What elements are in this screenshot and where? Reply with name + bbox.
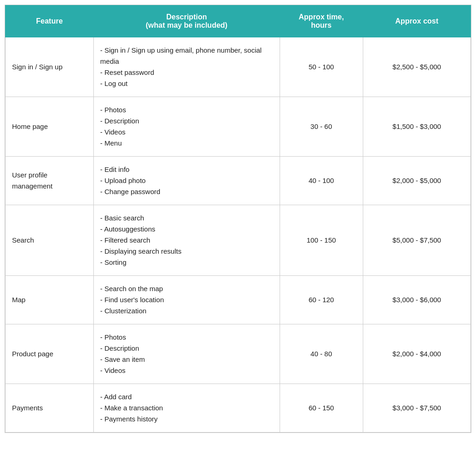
cell-time: 40 - 100: [280, 157, 363, 205]
cell-description: - Search on the map- Find user's locatio…: [93, 276, 280, 324]
header-feature: Feature: [6, 6, 94, 37]
cell-cost: $3,000 - $7,500: [363, 384, 470, 433]
cell-cost: $1,500 - $3,000: [363, 97, 470, 157]
cell-time: 30 - 60: [280, 97, 363, 157]
header-time: Approx time,hours: [280, 6, 363, 37]
cell-description: - Add card- Make a transaction- Payments…: [93, 384, 280, 433]
cell-cost: $2,500 - $5,000: [363, 37, 470, 97]
cell-description: - Basic search- Autosuggestions- Filtere…: [93, 205, 280, 276]
cell-description: - Edit info- Upload photo- Change passwo…: [93, 157, 280, 205]
header-cost: Approx cost: [363, 6, 470, 37]
header-row: Feature Description(what may be included…: [6, 6, 471, 37]
table-row: Home page- Photos- Description- Videos- …: [6, 97, 471, 157]
table-row: Map- Search on the map- Find user's loca…: [6, 276, 471, 324]
header-description: Description(what may be included): [93, 6, 280, 37]
table-row: Payments- Add card- Make a transaction- …: [6, 384, 471, 433]
cell-time: 60 - 120: [280, 276, 363, 324]
cell-cost: $2,000 - $5,000: [363, 157, 470, 205]
cell-time: 100 - 150: [280, 205, 363, 276]
cell-description: - Photos- Description- Save an item- Vid…: [93, 324, 280, 384]
table-row: Sign in / Sign up- Sign in / Sign up usi…: [6, 37, 471, 97]
cell-description: - Sign in / Sign up using email, phone n…: [93, 37, 280, 97]
cell-time: 40 - 80: [280, 324, 363, 384]
cell-description: - Photos- Description- Videos- Menu: [93, 97, 280, 157]
cell-feature: Product page: [6, 324, 94, 384]
table-row: User profile management- Edit info- Uplo…: [6, 157, 471, 205]
main-table-container: Feature Description(what may be included…: [5, 5, 471, 433]
cell-feature: Search: [6, 205, 94, 276]
cell-feature: Payments: [6, 384, 94, 433]
cell-feature: Sign in / Sign up: [6, 37, 94, 97]
cell-feature: Home page: [6, 97, 94, 157]
table-header: Feature Description(what may be included…: [6, 6, 471, 37]
cell-feature: Map: [6, 276, 94, 324]
cell-time: 60 - 150: [280, 384, 363, 433]
table-row: Search- Basic search- Autosuggestions- F…: [6, 205, 471, 276]
cell-feature: User profile management: [6, 157, 94, 205]
cell-cost: $2,000 - $4,000: [363, 324, 470, 384]
table-row: Product page- Photos- Description- Save …: [6, 324, 471, 384]
table-body: Sign in / Sign up- Sign in / Sign up usi…: [6, 37, 471, 433]
cell-cost: $3,000 - $6,000: [363, 276, 470, 324]
cell-time: 50 - 100: [280, 37, 363, 97]
cell-cost: $5,000 - $7,500: [363, 205, 470, 276]
features-table: Feature Description(what may be included…: [5, 5, 471, 433]
